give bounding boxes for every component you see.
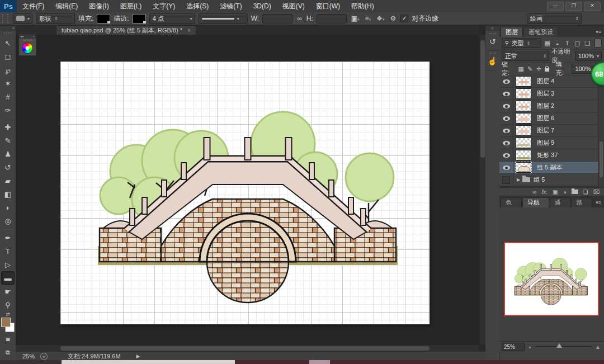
clone-stamp-tool[interactable]: ♟ [1,147,15,160]
visibility-toggle[interactable] [499,174,513,186]
menu-type[interactable]: 文字(Y) [147,0,181,12]
lock-position-icon[interactable]: ✛ [536,65,542,73]
vertical-scroll-thumb[interactable] [480,40,485,158]
filter-smart-object-icon[interactable]: ❏ [583,40,591,47]
video-progress-bar[interactable] [0,360,604,364]
dodge-tool[interactable]: ◎ [1,214,15,228]
pen-tool[interactable]: ✒ [1,231,15,244]
path-alignment-button[interactable]: ≡▾ [364,15,372,22]
zoom-in-icon[interactable]: ▲ [595,344,601,350]
brush-tool[interactable]: ✎ [1,134,15,147]
path-select-tool[interactable]: ▷ [1,258,15,271]
height-input[interactable] [317,14,347,23]
new-group-icon[interactable] [572,190,578,194]
link-dimensions-icon[interactable]: ∞ [296,15,303,22]
progress-handle[interactable] [309,360,330,364]
path-arrangement-button[interactable]: ❖▾ [375,15,385,22]
swap-colors-icon[interactable]: ⇄ [6,311,10,317]
type-tool[interactable]: T [1,244,15,258]
menu-image[interactable]: 图像(I) [83,0,114,12]
tab-brush-presets[interactable]: 画笔预设 [523,27,558,37]
layer-row[interactable]: 图层 6 [499,112,604,125]
navigator-zoom-slider[interactable] [535,346,592,347]
layer-thumbnail[interactable] [516,101,531,111]
tab-paths[interactable]: 路径 [571,197,592,207]
tool-preset-picker[interactable]: ▾ [13,13,32,24]
history-brush-tool[interactable]: ↺ [1,160,15,174]
status-zoom-field[interactable]: 25% [22,353,35,360]
menu-3d[interactable]: 3D(D) [248,0,277,12]
layer-name[interactable]: 组 5 [534,176,545,184]
menu-view[interactable]: 视图(V) [277,0,310,12]
history-panel-button[interactable]: ↺ [485,31,499,51]
visibility-toggle[interactable] [499,149,513,161]
stroke-width-select[interactable]: 4 点 ▾ [149,13,195,24]
stroke-swatch[interactable] [133,14,146,23]
eyedropper-tool[interactable]: ✑ [1,103,15,117]
menu-file[interactable]: 文件(F) [17,0,50,12]
move-tool[interactable]: ↖ [1,36,15,50]
blend-mode-select[interactable]: 正常 ⇕ [502,51,549,61]
close-tab-icon[interactable]: × [187,27,191,34]
panel-menu-icon[interactable]: ▾≡ [593,198,604,207]
ps-logo[interactable]: Ps [0,0,17,12]
layer-thumbnail[interactable] [516,76,531,87]
layer-row[interactable]: 图层 2 [499,100,604,112]
document-tab[interactable]: tubiao qiao.psd @ 25% (组 5 副本, RGB/8) * … [56,26,196,35]
navigator-preview[interactable] [504,242,599,316]
layer-group-row[interactable]: ▶ 组 5 [499,174,604,186]
layer-thumbnail[interactable] [516,150,531,160]
layer-row[interactable]: 图层 7 [499,125,604,137]
layer-row[interactable]: 图层 3 [499,88,604,100]
layer-name[interactable]: 图层 2 [537,102,554,110]
menu-help[interactable]: 帮助(H) [346,0,380,12]
zoom-out-icon[interactable]: ▲ [528,345,532,349]
workspace-select[interactable]: 绘画 ⇕ [527,13,582,24]
tool-mode-select[interactable]: 形状 ⇕ [36,13,75,24]
blur-tool[interactable]: ◗ [1,201,15,214]
zoom-slider-handle[interactable] [556,343,562,348]
filter-pixel-icon[interactable]: ▦ [544,40,551,47]
layer-thumbnail[interactable] [516,88,531,99]
visibility-toggle[interactable] [499,88,513,100]
status-flyout-arrow[interactable]: ▶ [136,353,140,359]
layer-name[interactable]: 矩形 37 [537,151,558,159]
menu-window[interactable]: 窗口(W) [310,0,346,12]
group-expander-icon[interactable]: ▶ [517,177,520,182]
lock-pixels-icon[interactable]: ✎ [527,65,534,73]
layer-thumbnail[interactable] [516,138,531,148]
layer-name[interactable]: 图层 9 [537,139,554,147]
tools-collapse-button[interactable]: » [0,26,16,31]
lasso-tool[interactable]: ℘ [1,63,15,77]
adjustment-layer-icon[interactable]: ◑ [563,189,566,195]
horizontal-scroll-thumb[interactable] [60,346,430,351]
layers-scrollbar[interactable] [598,75,604,187]
menu-layer[interactable]: 图层(L) [115,0,148,12]
stroke-style-select[interactable]: ▾ [199,13,248,24]
tab-swatches[interactable]: 色板 [501,197,522,207]
layer-name[interactable]: 图层 7 [537,126,554,135]
width-input[interactable] [262,14,292,23]
visibility-toggle[interactable] [499,137,513,149]
visibility-toggle[interactable] [499,112,513,124]
zoom-tool[interactable]: ⚲ [1,298,15,311]
link-layers-icon[interactable]: ∞ [532,189,536,195]
crop-tool[interactable]: # [1,90,15,103]
gradient-tool[interactable]: ◧ [1,187,15,201]
menu-filter[interactable]: 滤镜(T) [214,0,247,12]
screen-mode-button[interactable]: ⧉ [1,346,15,359]
marquee-tool[interactable]: ◻ [1,50,15,63]
layer-name[interactable]: 图层 4 [537,77,554,86]
rectangle-tool[interactable]: ▬ [1,271,15,285]
layer-row[interactable]: 图层 4 [499,75,604,88]
new-layer-icon[interactable]: ❏ [583,189,588,195]
layer-row[interactable]: 矩形 37 [499,149,604,162]
layers-scroll-thumb[interactable] [600,141,603,177]
dock-collapse-button[interactable]: « [485,26,499,31]
filter-shape-icon[interactable]: ▢ [573,40,581,47]
lock-all-icon[interactable] [545,68,549,72]
gear-icon[interactable]: ⚙ [389,15,397,22]
hand-tool[interactable]: ☛ [1,285,15,298]
menu-edit[interactable]: 编辑(E) [50,0,83,12]
layer-style-icon[interactable]: fx. [541,189,548,195]
